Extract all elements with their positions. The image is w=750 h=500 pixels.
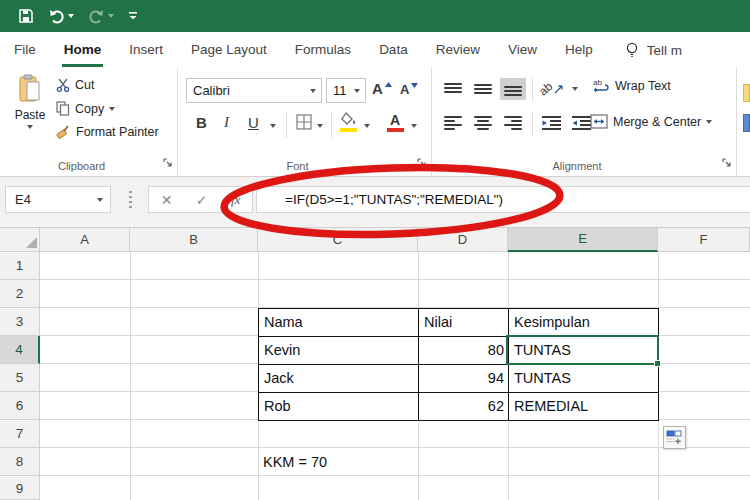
row-header-4[interactable]: 4 [0,336,40,364]
tab-formulas[interactable]: Formulas [281,32,365,68]
paste-dropdown-caret[interactable] [27,125,33,129]
alignment-dialog-launcher[interactable] [722,154,732,172]
formula-input[interactable]: =IF(D5>=1;"TUNTAS";"REMEDIAL") [256,186,750,213]
font-color-button[interactable]: A [390,112,400,128]
formula-bar-resizer[interactable] [129,191,132,209]
column-header-B[interactable]: B [130,228,258,252]
row-header-2[interactable]: 2 [0,280,40,308]
cell-C5[interactable]: Jack [259,365,419,393]
name-box[interactable]: E4 [5,186,111,213]
format-painter-button[interactable]: Format Painter [56,124,159,139]
tell-me-box[interactable]: Tell m [625,42,682,59]
decrease-indent-button[interactable] [538,112,564,134]
insert-function-button[interactable]: fx [231,192,240,208]
paste-button[interactable]: Paste [8,74,52,154]
font-size-combo[interactable]: 11 [326,78,366,103]
redo-dropdown-caret[interactable] [108,14,114,18]
auto-fill-options-icon [666,429,683,446]
underline-button[interactable]: U [248,114,259,131]
underline-dropdown-caret[interactable] [270,124,276,128]
save-button[interactable] [18,8,34,24]
column-header-E[interactable]: E [508,228,658,252]
tab-view[interactable]: View [494,32,551,68]
customize-quick-access-button[interactable] [128,10,138,22]
wrap-text-icon: ab [592,78,610,94]
cell-D3[interactable]: Nilai [419,309,509,337]
save-icon [18,8,34,24]
cut-button[interactable]: Cut [56,78,94,92]
font-dialog-launcher[interactable] [417,154,427,172]
column-header-A[interactable]: A [40,228,130,252]
cell-C4[interactable]: Kevin [259,337,419,365]
decrease-indent-icon [542,116,561,130]
underline-label: U [248,114,259,131]
merge-center-dropdown-caret[interactable] [706,120,712,124]
cell-D6[interactable]: 62 [419,393,509,421]
row-header-8[interactable]: 8 [0,448,40,476]
cell-D4[interactable]: 80 [419,337,509,365]
redo-button[interactable] [88,8,114,24]
cell-C6[interactable]: Rob [259,393,419,421]
cell-D5[interactable]: 94 [419,365,509,393]
column-header-C[interactable]: C [258,228,418,252]
font-color-letter: A [390,112,400,128]
tab-page-layout[interactable]: Page Layout [177,32,281,68]
borders-button[interactable] [296,114,312,130]
bottom-align-button[interactable] [500,78,526,100]
borders-dropdown-caret[interactable] [317,124,323,128]
grow-font-arrow [385,82,392,88]
paste-label: Paste [15,108,46,122]
middle-align-button[interactable] [470,78,496,100]
row-header-3[interactable]: 3 [0,308,40,336]
merge-center-icon [590,114,608,129]
row-header-5[interactable]: 5 [0,364,40,392]
cell-C3[interactable]: Nama [259,309,419,337]
row-header-6[interactable]: 6 [0,392,40,420]
ribbon-tab-bar: File Home Insert Page Layout Formulas Da… [0,32,750,68]
shrink-font-button[interactable]: A [400,82,418,97]
column-header-F[interactable]: F [658,228,750,252]
tab-insert[interactable]: Insert [115,32,177,68]
cell-E6[interactable]: REMEDIAL [509,393,659,421]
italic-button[interactable]: I [224,114,229,131]
undo-button[interactable] [48,8,74,24]
tab-help[interactable]: Help [551,32,607,68]
copy-dropdown-caret[interactable] [109,107,115,111]
select-all-button[interactable] [0,228,40,252]
font-name-combo[interactable]: Calibri [186,78,322,103]
bold-button[interactable]: B [196,114,207,131]
cell-E5[interactable]: TUNTAS [509,365,659,393]
font-name-value: Calibri [187,83,310,98]
tab-home[interactable]: Home [50,32,116,68]
row-header-9[interactable]: 9 [0,476,40,500]
align-center-button[interactable] [470,112,496,134]
font-color-dropdown-caret[interactable] [411,124,417,128]
grow-font-button[interactable]: A [372,80,392,97]
tab-review[interactable]: Review [422,32,494,68]
undo-dropdown-caret[interactable] [68,14,74,18]
fill-color-button[interactable] [341,112,358,126]
name-box-caret[interactable] [97,198,103,202]
merge-center-button[interactable]: Merge & Center [590,114,712,129]
row-header-1[interactable]: 1 [0,252,40,280]
align-left-button[interactable] [440,112,466,134]
copy-button[interactable]: Copy [56,101,115,116]
column-header-D[interactable]: D [418,228,508,252]
cell-C8[interactable]: KKM = 70 [263,448,327,476]
tab-file[interactable]: File [0,32,50,68]
auto-fill-options-button[interactable] [663,426,686,449]
tab-data[interactable]: Data [365,32,422,68]
fill-handle[interactable] [654,360,661,367]
align-right-button[interactable] [500,112,526,134]
cell-E3[interactable]: Kesimpulan [509,309,659,337]
orientation-dropdown-caret[interactable] [572,87,578,91]
enter-button[interactable]: ✓ [196,192,208,208]
cancel-button[interactable]: ✕ [161,192,173,208]
clipboard-dialog-launcher[interactable] [163,154,173,172]
row-header-7[interactable]: 7 [0,420,40,448]
row-headers: 1 2 3 4 5 6 7 8 9 [0,252,40,500]
top-align-button[interactable] [440,78,466,100]
wrap-text-button[interactable]: ab Wrap Text [592,78,671,94]
orientation-button[interactable]: ab [538,78,564,100]
fill-color-dropdown-caret[interactable] [364,124,370,128]
